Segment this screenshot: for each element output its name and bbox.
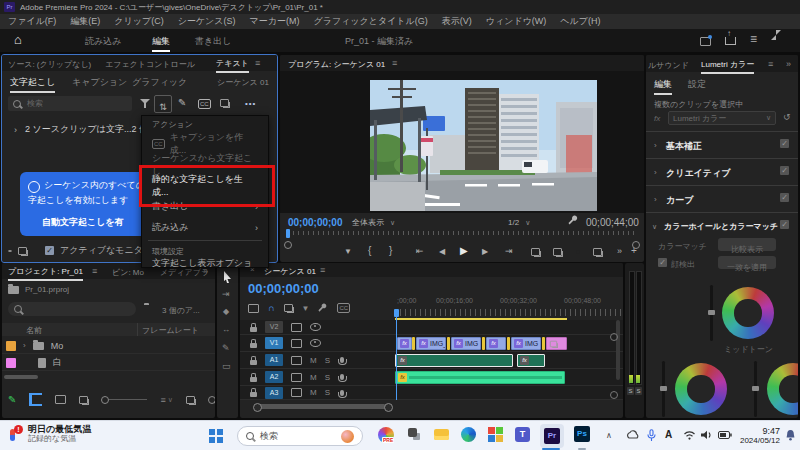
source-patch-icon[interactable] <box>291 373 302 382</box>
source-patch-icon[interactable] <box>291 388 302 397</box>
apply-match-button[interactable]: 一致を適用 <box>718 256 776 269</box>
track-select-tool-icon[interactable]: ⇥ <box>222 289 230 299</box>
solo-button[interactable]: S <box>325 388 330 397</box>
video-clip[interactable]: fxIMG_7 <box>416 337 446 350</box>
mark-out-icon[interactable]: } <box>389 245 392 256</box>
subtab-transcript[interactable]: 文字起こし <box>10 76 55 93</box>
transition-marker[interactable] <box>482 337 485 350</box>
voiceover-mic-icon[interactable] <box>340 374 344 380</box>
shadows-wheel[interactable] <box>675 363 727 415</box>
menu-clip[interactable]: クリップ(C) <box>114 15 163 28</box>
scrollbar-handle-right[interactable] <box>384 403 393 412</box>
lock-icon[interactable] <box>250 392 257 397</box>
menu-file[interactable]: ファイル(F) <box>8 15 56 28</box>
tab-lumetri-color[interactable]: Lumetri カラー <box>701 59 754 74</box>
track-a1-label[interactable]: A1 <box>265 354 283 366</box>
home-icon[interactable]: ⌂ <box>14 32 22 47</box>
chevron-right-icon[interactable]: › <box>654 168 657 177</box>
ripple-edit-tool-icon[interactable]: ◆ <box>223 307 229 316</box>
track-v1-label[interactable]: V1 <box>265 337 283 349</box>
project-search-input[interactable] <box>8 302 136 316</box>
pause-on-edit-button[interactable]: ⇅ <box>154 95 172 113</box>
track-v2-label[interactable]: V2 <box>265 321 283 333</box>
lock-icon[interactable] <box>250 343 257 348</box>
snap-icon[interactable]: ∩ <box>268 303 275 313</box>
share-icon[interactable]: ↑ <box>725 37 736 45</box>
play-button-icon[interactable]: ▶ <box>460 245 468 256</box>
file-explorer-icon[interactable] <box>434 429 449 440</box>
tab-project[interactable]: プロジェクト: Pr_01 <box>8 266 83 281</box>
tab-edit[interactable]: 編集 <box>152 35 170 52</box>
slip-tool-icon[interactable]: ↔ <box>222 325 230 334</box>
transition-marker[interactable] <box>412 337 415 350</box>
icon-view-icon[interactable] <box>55 395 66 404</box>
lumetri-preset-select[interactable]: Lumetri カラー∨ <box>668 111 776 125</box>
section-basic-correction[interactable]: 基本補正 <box>666 140 702 153</box>
pen-tool-icon[interactable]: ✎ <box>222 343 230 353</box>
menu-marker[interactable]: マーカー(M) <box>250 15 300 28</box>
mute-button[interactable]: M <box>310 373 317 382</box>
source-patch-icon[interactable] <box>291 339 302 348</box>
menu-help[interactable]: ヘルプ(H) <box>560 15 600 28</box>
highlights-slider[interactable] <box>754 361 757 417</box>
microphone-tray-icon[interactable] <box>647 429 656 442</box>
notification-bell-icon[interactable] <box>785 429 796 442</box>
solo-button[interactable]: S <box>325 373 330 382</box>
transition-marker[interactable] <box>447 337 450 350</box>
tab-import[interactable]: 読み込み <box>85 35 121 48</box>
step-forward-icon[interactable]: ▶ <box>482 247 488 256</box>
timeline-playhead-handle[interactable] <box>394 309 399 317</box>
menu-item-import[interactable]: 読み込み › <box>142 217 268 238</box>
mark-in-icon[interactable]: { <box>368 245 371 256</box>
project-row-mo[interactable]: › Mo <box>2 338 215 354</box>
lock-icon[interactable] <box>250 377 257 382</box>
chevron-right-icon[interactable]: › <box>654 141 657 150</box>
linked-selection-icon[interactable] <box>284 304 293 312</box>
task-view-icon[interactable] <box>408 428 417 437</box>
midtones-slider[interactable] <box>710 285 713 341</box>
audio-clip-selected[interactable]: fx <box>517 354 545 367</box>
find-icon[interactable] <box>208 396 215 404</box>
store-icon[interactable] <box>488 427 503 442</box>
active-monitor-checkbox[interactable]: ✓ <box>45 246 54 255</box>
timeline-menu-icon[interactable]: ≡ <box>320 265 325 275</box>
menu-sequence[interactable]: シーケンス(S) <box>178 15 236 28</box>
section-curves[interactable]: カーブ <box>666 194 693 207</box>
solo-left-button[interactable]: S <box>627 387 634 395</box>
project-menu-icon[interactable]: ≡ <box>92 266 97 276</box>
volume-icon[interactable] <box>701 430 713 440</box>
caption-style-icon[interactable] <box>8 250 12 252</box>
zoom-level-select[interactable]: 全体表示∨ <box>352 216 426 229</box>
menu-window[interactable]: ウィンドウ(W) <box>486 15 547 28</box>
nest-toggle-icon[interactable] <box>248 304 259 313</box>
scrollbar-handle-left[interactable] <box>253 403 262 412</box>
captions-menu-icon[interactable]: CC <box>337 303 350 313</box>
tab-essential-sound[interactable]: ルサウンド <box>648 60 689 71</box>
menu-item-transcript-display-options[interactable]: 文字起こし表示オプション <box>142 259 268 268</box>
mute-button[interactable]: M <box>310 388 317 397</box>
more-options-icon[interactable]: ••• <box>245 99 256 108</box>
timeline-settings-icon[interactable] <box>318 303 328 313</box>
subtab-captions[interactable]: キャプション <box>72 76 127 89</box>
voiceover-mic-icon[interactable] <box>340 357 344 363</box>
reset-effect-icon[interactable]: ↺ <box>783 112 791 122</box>
program-ruler[interactable] <box>288 231 636 235</box>
comparison-view-button[interactable]: 比較表示 <box>718 238 776 251</box>
lock-icon[interactable] <box>250 327 257 332</box>
app-icon-pinwheel[interactable]: PRE <box>378 427 394 443</box>
program-current-timecode[interactable]: 00;00;00;00 <box>288 217 342 228</box>
chevron-right-icon[interactable]: › <box>654 195 657 204</box>
freeform-view-icon[interactable] <box>79 396 88 404</box>
lumetri-subtab-settings[interactable]: 設定 <box>688 78 706 91</box>
clock[interactable]: 9:47 2024/05/12 <box>736 426 780 446</box>
edit-transcript-icon[interactable]: ✎ <box>178 97 186 108</box>
video-clip[interactable]: fx <box>486 337 506 350</box>
chevron-right-icon[interactable]: › <box>23 341 26 350</box>
lumetri-menu-icon[interactable]: ≡ <box>768 59 773 69</box>
source-clip-row[interactable]: › 2 ソースクリップは文字...2 個の <box>14 123 157 136</box>
section-color-wheels[interactable]: カラーホイールとカラーマッチ <box>664 221 778 232</box>
section-creative[interactable]: クリエイティブ <box>666 167 730 180</box>
video-clip[interactable]: fxIMG <box>511 337 541 350</box>
add-button-icon[interactable]: + <box>631 245 637 256</box>
start-button[interactable] <box>209 429 223 443</box>
